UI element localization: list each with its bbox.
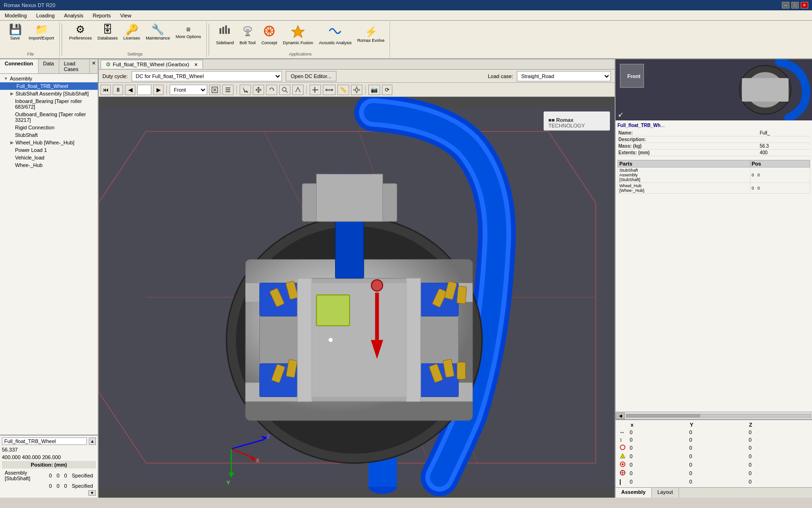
import-export-button[interactable]: 📁 Import/Export xyxy=(26,23,56,42)
view-list-button[interactable] xyxy=(222,85,234,95)
coord-row-5: 0 0 0 xyxy=(617,460,810,469)
dimension-button[interactable]: ⟺ xyxy=(323,85,336,95)
duty-cycle-select[interactable]: DC for Full_float_TRB_Wheel xyxy=(132,71,282,81)
maintenance-button[interactable]: 🔧 Maintenance xyxy=(143,23,172,42)
more-options-button[interactable]: ≡ More Options xyxy=(173,24,203,41)
viewport-tab-label: Full_float_TRB_Wheel (Gearbox) xyxy=(113,62,189,67)
tree-item-wheel-hub[interactable]: ▶ Wheel_Hub [Whee-_Hub] xyxy=(0,139,98,146)
svg-text:■■ Romax: ■■ Romax xyxy=(548,117,574,123)
concept-icon xyxy=(263,24,276,40)
menu-view[interactable]: View xyxy=(116,12,136,19)
parts-row-2: Wheel_Hub[Whee-_Hub] 0 0 xyxy=(618,183,810,194)
prev-step-button[interactable]: ◀ xyxy=(125,85,135,95)
concept-button[interactable]: Concept xyxy=(259,23,280,47)
viewport-tab-close[interactable]: ✕ xyxy=(194,62,198,67)
viewport-tab-main[interactable]: ⚙ Full_float_TRB_Wheel (Gearbox) ✕ xyxy=(101,60,203,69)
tree-item-inboard-bearing[interactable]: Inboard_Bearing [Taper roller 683/672] xyxy=(0,97,98,111)
acoustic-analysis-button[interactable]: Acoustic Analysis xyxy=(317,23,354,47)
licenses-icon: 🔑 xyxy=(125,24,138,35)
play-pause-button[interactable]: ⏸ xyxy=(113,85,123,95)
tree-item-stubshaft-assembly[interactable]: ▶ StubShaft Assembly [StubShaft] xyxy=(0,90,98,97)
scroll-left-btn[interactable]: ◀ xyxy=(616,413,625,419)
rotate-tool-button[interactable] xyxy=(266,85,277,95)
angle-tool-button[interactable] xyxy=(292,85,304,95)
select-tool-button[interactable] xyxy=(240,85,251,95)
svg-rect-11 xyxy=(226,87,230,88)
tree-item-outboard-bearing[interactable]: Outboard_Bearing [Taper roller 33217] xyxy=(0,111,98,124)
coord-x-6: 0 xyxy=(630,470,689,476)
open-dc-editor-button[interactable]: Open DC Editor... xyxy=(286,71,336,81)
coord-row-4: 0 0 0 xyxy=(617,452,810,460)
parts-col-pos: Pos xyxy=(750,160,810,167)
model-name-input[interactable] xyxy=(2,437,87,445)
menu-reports[interactable]: Reports xyxy=(88,12,116,19)
menu-analysis[interactable]: Analysis xyxy=(59,12,88,19)
tree-item-full-float[interactable]: ▼ Full_float_TRB_Wheel xyxy=(0,82,98,90)
info-panel: ▲ 56.337 400.000 400.000 206.000 Positio… xyxy=(0,435,98,498)
close-button[interactable]: ✕ xyxy=(801,2,808,8)
maximize-button[interactable]: □ xyxy=(791,2,799,8)
menu-loading[interactable]: Loading xyxy=(31,12,59,19)
tree-item-power-load[interactable]: Power Load 1 xyxy=(0,146,98,154)
info-scroll-down-btn[interactable]: ▼ xyxy=(88,490,96,496)
zoom-tool-button[interactable] xyxy=(279,85,290,95)
viewport-3d[interactable]: Z X Y ■■ Romax TECHNOLOGY xyxy=(99,97,615,498)
svg-text:Front: Front xyxy=(627,73,640,79)
load-case-select[interactable]: Straight_Road xyxy=(517,71,611,81)
preferences-button[interactable]: ⚙ Preferences xyxy=(67,23,94,42)
svg-marker-9 xyxy=(291,25,304,38)
tree-item-whee-hub[interactable]: Whee-_Hub xyxy=(0,161,98,169)
right-tab-layout[interactable]: Layout xyxy=(652,488,679,498)
tab-close-button[interactable]: ✕ xyxy=(90,59,98,73)
prop-name-row: Name: Full_ xyxy=(617,130,810,136)
cut-plane-button[interactable] xyxy=(310,85,321,95)
window-controls[interactable]: ─ □ ✕ xyxy=(782,2,808,8)
view-options-button[interactable] xyxy=(351,85,362,95)
play-back-button[interactable]: ⏮ xyxy=(101,85,111,95)
position-part-label: Assembly [StubShaft] xyxy=(3,469,46,482)
props-panel: Full_float_TRB_Wh... Name: Full_ Descrip… xyxy=(616,120,812,412)
more-options-icon: ≡ xyxy=(186,26,190,33)
reset-view-button[interactable]: ⟳ xyxy=(382,85,392,95)
save-button[interactable]: 💾 Save xyxy=(5,23,25,42)
coord-y-4: 0 xyxy=(689,453,749,459)
next-step-button[interactable]: ▶ xyxy=(153,85,164,95)
bolt-tool-button[interactable]: Bolt Tool xyxy=(237,23,258,47)
svg-point-86 xyxy=(620,445,625,450)
databases-button[interactable]: 🗄 Databases xyxy=(95,23,120,42)
step-input[interactable] xyxy=(137,85,151,95)
menu-modelling[interactable]: Modelling xyxy=(0,12,31,19)
tab-data[interactable]: Data xyxy=(39,59,59,73)
tree-item-stubshaft[interactable]: StubShaft xyxy=(0,131,98,139)
view-direction-select[interactable]: Front xyxy=(170,85,207,95)
tree-item-assembly[interactable]: ▼ Assembly xyxy=(0,75,98,82)
romax-evolve-button[interactable]: ⚡ Romax Evolve xyxy=(355,25,387,45)
databases-icon: 🗄 xyxy=(102,24,113,35)
move-tool-button[interactable] xyxy=(253,85,264,95)
svg-point-24 xyxy=(359,89,360,90)
minimize-button[interactable]: ─ xyxy=(782,2,789,8)
horizontal-scrollbar[interactable]: ◀ xyxy=(616,412,812,419)
scroll-thumb[interactable] xyxy=(626,414,700,417)
mini-viewport[interactable]: Front ↙ xyxy=(616,59,812,120)
tree-item-vehicle-load[interactable]: Vehicle_load xyxy=(0,154,98,161)
coord-x-4: 0 xyxy=(630,453,689,459)
tab-connection[interactable]: Connection xyxy=(0,59,39,73)
view-fit-button[interactable] xyxy=(209,85,220,95)
right-tab-assembly[interactable]: Assembly xyxy=(616,488,652,498)
tab-load-cases[interactable]: Load Cases xyxy=(59,59,90,73)
app-title: Romax Nexus DT R20 xyxy=(4,2,55,8)
info-scroll-btn[interactable]: ▲ xyxy=(89,437,96,445)
dynamic-fusion-button[interactable]: Dynamic Fusion xyxy=(281,23,316,47)
coord-y-1: 0 xyxy=(689,429,749,435)
sideband-button[interactable]: Sideband xyxy=(214,23,236,47)
screenshot-button[interactable]: 📷 xyxy=(368,85,380,95)
tree-label-full-float: Full_float_TRB_Wheel xyxy=(16,83,68,89)
licenses-button[interactable]: 🔑 Licenses xyxy=(121,23,143,42)
tree-item-rigid-connection[interactable]: Rigid Connection xyxy=(0,124,98,131)
mini-model-svg: Front xyxy=(616,59,812,120)
coord-y-5: 0 xyxy=(689,462,749,468)
measure-button[interactable]: 📏 xyxy=(337,85,349,95)
prop-mass-value: 56.3 xyxy=(759,143,810,150)
nav-arrow[interactable]: ↙ xyxy=(618,111,624,118)
